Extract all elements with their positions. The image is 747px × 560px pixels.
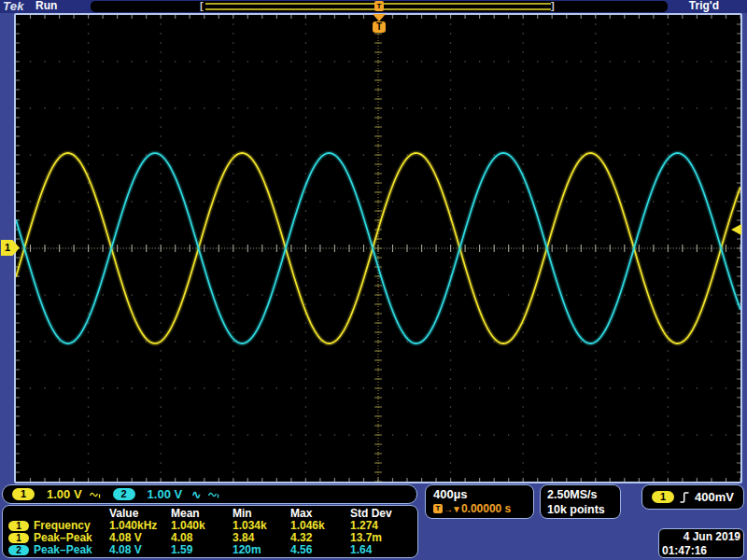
rising-edge-slope-icon <box>680 491 689 504</box>
trigger-flag-icon: T <box>373 21 386 33</box>
ch2-scale-readout[interactable]: 1.00 V <box>148 487 183 501</box>
acquisition-readout[interactable]: 2.50MS/s 10k points <box>540 484 621 519</box>
trigger-level-value: 400mV <box>695 490 734 504</box>
measurement-label: 2Peak–Peak <box>8 544 109 556</box>
ch2-bandwidth-icon <box>208 490 220 499</box>
measurement-row[interactable]: 2Peak–Peak4.08 V1.59120m4.561.64 <box>3 544 417 556</box>
record-window-bracket-right: ] <box>551 0 555 11</box>
delay-value: 0.00000 s <box>461 502 511 515</box>
ch1-badge[interactable]: 1 <box>12 488 35 500</box>
ch1-scale-readout[interactable]: 1.00 V <box>47 487 82 501</box>
waveform-display <box>16 15 740 482</box>
measurement-table: ValueMeanMinMaxStd Dev1Frequency1.040kHz… <box>2 505 418 558</box>
trigger-source-badge: 1 <box>652 491 674 503</box>
channel-badge: 2 <box>8 545 29 555</box>
delay-arrows-icon: →▼ <box>444 504 460 514</box>
acquisition-status: Run <box>35 0 57 12</box>
trigger-symbol-icon: T <box>433 504 443 513</box>
trigger-level-arrow-icon[interactable] <box>731 224 741 235</box>
channel-badge: 1 <box>8 521 29 531</box>
record-length: 10k points <box>547 502 620 517</box>
measurement-max: 4.56 <box>290 544 350 556</box>
record-window-bracket-left: [ <box>200 0 204 11</box>
measurement-value: 4.08 V <box>109 544 171 556</box>
record-view-bar[interactable]: [ ] T <box>91 1 668 12</box>
datetime-display: 4 Jun 2019 01:47:16 <box>658 528 744 558</box>
trigger-readout[interactable]: 1 400mV <box>641 484 744 510</box>
ch1-bandwidth-icon <box>90 490 102 499</box>
horizontal-readout[interactable]: 400µs T →▼ 0.00000 s <box>425 484 534 519</box>
measurement-min: 120m <box>233 544 290 556</box>
ch2-badge[interactable]: 2 <box>113 488 135 500</box>
tek-logo: Tek <box>3 0 24 13</box>
horizontal-scale[interactable]: 400µs <box>433 487 533 501</box>
measurement-name: Peak–Peak <box>34 544 92 556</box>
oscilloscope-screen: Tek Run [ ] T Trig'd T 1 1 1.00 V 2 1.00… <box>0 0 747 560</box>
top-status-bar: Tek Run [ ] T Trig'd <box>0 0 747 13</box>
measurement-mean: 1.59 <box>171 544 233 556</box>
trigger-status: Trig'd <box>689 0 719 12</box>
measurement-std: 1.64 <box>350 544 416 556</box>
trigger-position-arrow-icon <box>373 14 386 21</box>
channel-badge: 1 <box>8 533 29 543</box>
time-label: 01:47:16 <box>662 544 740 558</box>
channel-scale-readouts: 1 1.00 V 2 1.00 V ∿ <box>2 484 417 504</box>
ch2-coupling-icon: ∿ <box>191 488 201 501</box>
sample-rate: 2.50MS/s <box>547 487 620 502</box>
record-trigger-position-icon[interactable]: T <box>374 1 384 11</box>
trigger-delay-readout[interactable]: T →▼ 0.00000 s <box>433 502 533 515</box>
date-label: 4 Jun 2019 <box>662 530 740 544</box>
trigger-position-marker[interactable]: T <box>371 14 388 33</box>
